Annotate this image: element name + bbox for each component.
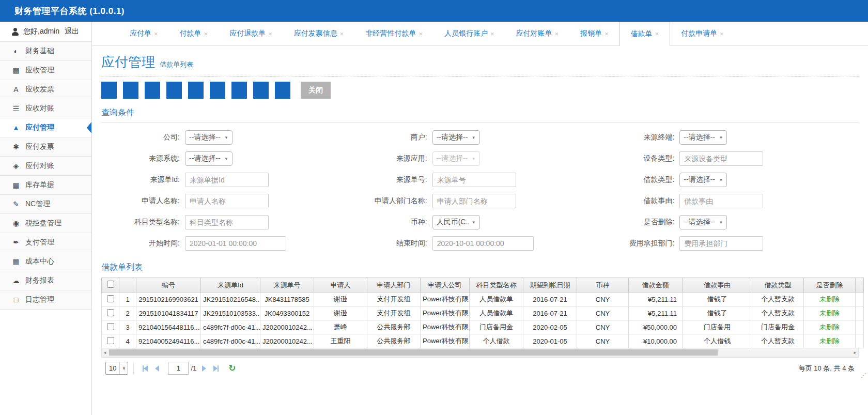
select-all-checkbox[interactable] <box>107 281 114 288</box>
close-button[interactable]: 关闭 <box>301 82 331 99</box>
text-input[interactable] <box>679 151 763 166</box>
sidebar-item[interactable]: □ 日志管理 <box>0 290 91 310</box>
form-field: 公司: --请选择-- ▼ <box>101 130 349 145</box>
row-checkbox[interactable] <box>107 337 114 344</box>
tab-close-icon[interactable]: × <box>419 30 423 38</box>
text-input[interactable] <box>432 173 516 187</box>
text-input[interactable] <box>679 236 763 251</box>
table-row[interactable]: 22915101041834117JK291510103533...JK0493… <box>102 306 864 320</box>
select-control[interactable]: --请选择-- ▼ <box>679 130 727 145</box>
next-page-button[interactable] <box>202 365 206 372</box>
page-size-select[interactable]: 10 ∨ <box>105 362 128 375</box>
first-page-button[interactable] <box>143 365 148 372</box>
select-control[interactable]: --请选择-- ▼ <box>432 151 480 166</box>
tab[interactable]: 应付对账单 × <box>505 22 570 45</box>
tab[interactable]: 付款申请单 × <box>670 22 735 45</box>
sidebar-item[interactable]: ◐ 财务基础 <box>0 42 91 61</box>
select-control[interactable]: --请选择-- ▼ <box>185 151 233 166</box>
scroll-right-icon[interactable]: ► <box>852 348 858 357</box>
tab-close-icon[interactable]: × <box>655 30 659 38</box>
app-title: 财务管理平台系统 (1.0.0.1) <box>14 5 125 17</box>
tab-close-icon[interactable]: × <box>268 30 272 38</box>
book-icon: ▤ <box>10 66 22 74</box>
table-cell: 萧峰 <box>314 320 367 334</box>
page-summary: 每页 10 条, 共 4 条 <box>799 364 855 373</box>
table-row[interactable]: 3921040156448116...c489fc7f-d00c-41...J2… <box>102 320 864 334</box>
sidebar-item[interactable]: ✒ 支付管理 <box>0 233 91 252</box>
text-input[interactable] <box>185 236 286 251</box>
toolbar-button[interactable] <box>275 82 290 99</box>
sidebar-item[interactable]: ▤ 应收管理 <box>0 61 91 80</box>
select-control[interactable]: 人民币(C... ▼ <box>432 215 480 229</box>
toolbar-button[interactable] <box>210 82 225 99</box>
page-subtitle: 借款单列表 <box>160 60 193 69</box>
sidebar-item[interactable]: ☁ 财务报表 <box>0 271 91 290</box>
toolbar-button[interactable] <box>145 82 160 99</box>
select-control[interactable]: --请选择-- ▼ <box>679 215 727 229</box>
text-input[interactable] <box>679 194 763 208</box>
sidebar-menu: ◐ 财务基础 ▤ 应收管理 A 应收发票 ☰ 应收对账 ▲ 应付管理 ✱ 应付发… <box>0 42 91 310</box>
toolbar-button[interactable] <box>231 82 247 99</box>
table-cell: 门店备用金 <box>470 320 523 334</box>
scroll-left-icon[interactable]: ◄ <box>102 348 108 357</box>
tab-close-icon[interactable]: × <box>154 30 158 38</box>
toolbar-button[interactable] <box>188 82 204 99</box>
active-marker-icon <box>87 122 91 133</box>
sidebar-item[interactable]: ◈ 应付对账 <box>0 157 91 176</box>
tab-close-icon[interactable]: × <box>555 30 559 38</box>
tab[interactable]: 非经营性付款单 × <box>354 22 433 45</box>
text-input[interactable] <box>185 173 269 187</box>
column-header: 来源单Id <box>201 278 260 293</box>
tab[interactable]: 付款单 × <box>169 22 219 45</box>
text-input[interactable] <box>432 236 534 251</box>
tab[interactable]: 应付退款单 × <box>219 22 283 45</box>
text-input[interactable] <box>432 194 516 208</box>
toolbar-button[interactable] <box>101 82 117 99</box>
tab[interactable]: 应付发票信息 × <box>283 22 355 45</box>
table-row[interactable]: 4921040052494116...c489fc7f-d00c-41...J2… <box>102 334 864 348</box>
cloud-icon: ☁ <box>10 276 22 285</box>
text-input[interactable] <box>185 215 269 229</box>
select-control[interactable]: --请选择-- ▼ <box>432 130 480 145</box>
tab-close-icon[interactable]: × <box>720 30 724 38</box>
row-checkbox[interactable] <box>107 295 114 302</box>
sidebar-item[interactable]: ✎ NC管理 <box>0 195 91 214</box>
refresh-icon[interactable]: ↻ <box>228 363 236 374</box>
last-page-button[interactable] <box>213 365 219 372</box>
row-checkbox[interactable] <box>107 309 114 316</box>
font-icon: A <box>10 85 22 94</box>
row-checkbox[interactable] <box>107 323 114 330</box>
logout-link[interactable]: 退出 <box>65 27 79 36</box>
scrollbar-thumb[interactable] <box>109 349 718 356</box>
page-number-input[interactable] <box>168 362 189 375</box>
tab-close-icon[interactable]: × <box>204 30 208 38</box>
text-input[interactable] <box>185 194 269 208</box>
sidebar-item[interactable]: A 应收发票 <box>0 80 91 99</box>
tab[interactable]: 人员银行账户 × <box>433 22 505 45</box>
sidebar-item[interactable]: ▦ 成本中心 <box>0 252 91 271</box>
table-row[interactable]: 12915102169903621JK291510216548...JK8431… <box>102 293 864 306</box>
prev-page-button[interactable] <box>155 365 159 372</box>
form-field: 结束时间: <box>349 236 596 251</box>
tab-close-icon[interactable]: × <box>605 30 609 38</box>
horizontal-scrollbar[interactable]: ◄ ► <box>101 348 859 357</box>
tab[interactable]: 借款单 × <box>619 22 671 46</box>
scrollbar-stub <box>856 293 864 306</box>
toolbar-button[interactable] <box>123 82 138 99</box>
sidebar-item[interactable]: ☰ 应收对账 <box>0 99 91 118</box>
sidebar-item[interactable]: ◉ 税控盘管理 <box>0 214 91 233</box>
toolbar-button[interactable] <box>166 82 182 99</box>
sidebar-item[interactable]: ▲ 应付管理 <box>0 118 91 137</box>
tab-close-icon[interactable]: × <box>340 30 344 38</box>
sidebar-item[interactable]: ▦ 库存单据 <box>0 176 91 195</box>
tab[interactable]: 报销单 × <box>569 22 619 45</box>
tab[interactable]: 应付单 × <box>119 22 169 45</box>
table-cell: 2016-07-21 <box>523 306 577 320</box>
form-field: 申请人部门名称: <box>349 194 596 208</box>
select-control[interactable]: --请选择-- ▼ <box>185 130 233 145</box>
resize-grip[interactable]: ⋰ <box>861 372 866 379</box>
sidebar-item[interactable]: ✱ 应付发票 <box>0 137 91 157</box>
tab-close-icon[interactable]: × <box>490 30 494 38</box>
toolbar-button[interactable] <box>253 82 269 99</box>
select-control[interactable]: --请选择-- ▼ <box>679 173 727 187</box>
